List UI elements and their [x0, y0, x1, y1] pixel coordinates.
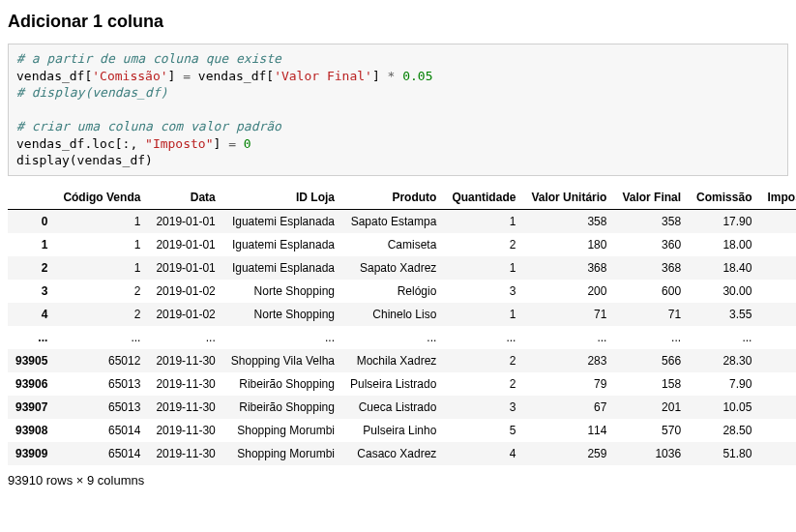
cell: 0 — [759, 396, 796, 419]
cell: 200 — [523, 280, 614, 303]
section-heading: Adicionar 1 coluna — [8, 12, 788, 32]
cell: 368 — [614, 256, 689, 280]
cell: 1 — [444, 256, 523, 280]
col-imposto: Imposto — [759, 186, 796, 210]
cell: Iguatemi Esplanada — [223, 256, 342, 280]
cell: Norte Shopping — [223, 280, 342, 303]
cell: 2019-11-30 — [148, 372, 222, 396]
cell: 2019-01-02 — [148, 280, 222, 303]
code-line: display(vendas_df) — [16, 153, 153, 167]
cell: Shopping Morumbi — [223, 419, 342, 442]
dataframe-output: Código Venda Data ID Loja Produto Quanti… — [8, 186, 796, 465]
cell: 114 — [523, 419, 614, 442]
cell: 0 — [759, 256, 796, 280]
cell: ... — [148, 326, 222, 349]
cell: Norte Shopping — [223, 303, 342, 326]
cell: 67 — [523, 396, 614, 419]
cell: 5 — [444, 419, 523, 442]
code-cell[interactable]: # a partir de uma coluna que existe vend… — [8, 44, 788, 176]
cell: 2019-01-01 — [148, 256, 222, 280]
row-index: 93908 — [8, 419, 55, 442]
col-produto: Produto — [342, 186, 444, 210]
table-body: 012019-01-01Iguatemi EsplanadaSapato Est… — [8, 209, 796, 465]
cell: 2 — [55, 280, 148, 303]
table-row: 93909650142019-11-30Shopping MorumbiCasa… — [8, 442, 796, 465]
cell: ... — [689, 326, 759, 349]
cell: 3 — [444, 280, 523, 303]
code-token: = — [228, 136, 236, 151]
cell: 2 — [444, 349, 523, 372]
cell: 180 — [523, 233, 614, 256]
cell: 2019-01-01 — [148, 209, 222, 233]
cell: 0 — [759, 372, 796, 396]
col-data: Data — [148, 186, 222, 210]
cell: 28.50 — [689, 419, 759, 442]
cell: 2019-01-02 — [148, 303, 222, 326]
row-index: 4 — [8, 303, 55, 326]
col-valor-unitario: Valor Unitário — [523, 186, 614, 210]
row-index: 93905 — [8, 349, 55, 372]
cell: 1 — [444, 209, 523, 233]
cell: 0 — [759, 233, 796, 256]
row-index: 93906 — [8, 372, 55, 396]
cell: 2 — [444, 372, 523, 396]
cell: 0 — [759, 209, 796, 233]
cell: 283 — [523, 349, 614, 372]
cell: Pulseira Linho — [342, 419, 444, 442]
cell: 368 — [523, 256, 614, 280]
cell: 3 — [444, 396, 523, 419]
cell: 28.30 — [689, 349, 759, 372]
cell: 0 — [759, 280, 796, 303]
cell: Ribeirão Shopping — [223, 396, 342, 419]
cell: 17.90 — [689, 209, 759, 233]
table-row: 93906650132019-11-30Ribeirão ShoppingPul… — [8, 372, 796, 396]
cell: 65014 — [55, 419, 148, 442]
row-index: 93907 — [8, 396, 55, 419]
cell: ... — [342, 326, 444, 349]
cell: ... — [223, 326, 342, 349]
cell: Chinelo Liso — [342, 303, 444, 326]
cell: 51.80 — [689, 442, 759, 465]
table-row: 012019-01-01Iguatemi EsplanadaSapato Est… — [8, 209, 796, 233]
table-row: 112019-01-01Iguatemi EsplanadaCamiseta21… — [8, 233, 796, 256]
cell: 65012 — [55, 349, 148, 372]
col-valor-final: Valor Final — [614, 186, 689, 210]
cell: ... — [55, 326, 148, 349]
code-token: ] — [168, 69, 184, 83]
cell: 1 — [55, 209, 148, 233]
cell: 1 — [55, 233, 148, 256]
table-row: 93907650132019-11-30Ribeirão ShoppingCue… — [8, 396, 796, 419]
code-token — [236, 136, 244, 151]
cell: 0 — [759, 349, 796, 372]
cell: Ribeirão Shopping — [223, 372, 342, 396]
cell: 1 — [444, 303, 523, 326]
cell: Sapato Xadrez — [342, 256, 444, 280]
col-index — [8, 186, 55, 210]
code-line: # display(vendas_df) — [16, 85, 168, 100]
col-comissao: Comissão — [689, 186, 759, 210]
cell: 158 — [614, 372, 689, 396]
cell: Relógio — [342, 280, 444, 303]
cell: 360 — [614, 233, 689, 256]
cell: 71 — [614, 303, 689, 326]
cell: ... — [759, 326, 796, 349]
cell: 79 — [523, 372, 614, 396]
cell: 2019-11-30 — [148, 349, 222, 372]
code-token: ] — [372, 69, 388, 83]
row-index: 1 — [8, 233, 55, 256]
code-token: 0 — [244, 136, 251, 151]
cell: 7.90 — [689, 372, 759, 396]
cell: 2019-11-30 — [148, 419, 222, 442]
cell: 3.55 — [689, 303, 759, 326]
code-line: # a partir de uma coluna que existe — [16, 51, 281, 66]
dataframe-shape: 93910 rows × 9 columns — [8, 473, 788, 488]
cell: 201 — [614, 396, 689, 419]
row-index: 3 — [8, 280, 55, 303]
table-row: 322019-01-02Norte ShoppingRelógio3200600… — [8, 280, 796, 303]
cell: 18.40 — [689, 256, 759, 280]
cell: 4 — [444, 442, 523, 465]
cell: 2019-11-30 — [148, 396, 222, 419]
cell: Sapato Estampa — [342, 209, 444, 233]
cell: 600 — [614, 280, 689, 303]
table-row: 93905650122019-11-30Shopping Vila VelhaM… — [8, 349, 796, 372]
